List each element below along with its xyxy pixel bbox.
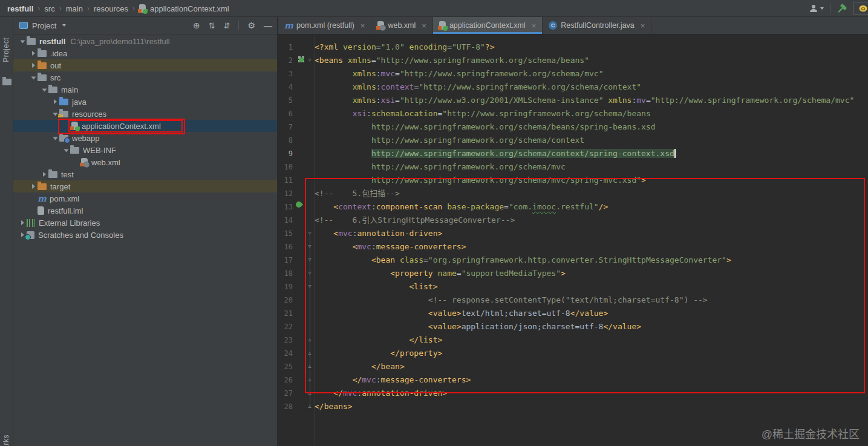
locate-file-button[interactable]: ⊕ xyxy=(193,21,200,30)
code-text[interactable]: <bean class="org.springframework.http.co… xyxy=(315,254,731,267)
code-text[interactable]: http://www.springframework.org/schema/co… xyxy=(315,147,676,160)
tree-item-external-libraries[interactable]: External Libraries xyxy=(13,217,277,229)
code-text[interactable]: <mvc:message-converters> xyxy=(315,240,466,254)
chevron-collapsed-icon[interactable] xyxy=(32,51,35,56)
tree-item-target[interactable]: target xyxy=(13,180,277,192)
tree-item-webapp[interactable]: webapp xyxy=(13,132,277,144)
code-editor[interactable]: 1<?xml version="1.0" encoding="UTF-8"?>2… xyxy=(278,34,868,446)
build-project-button[interactable] xyxy=(837,4,847,14)
tree-item-path: C:\java_pro\demo111\restfull xyxy=(70,37,169,46)
tree-item-test[interactable]: test xyxy=(13,168,277,180)
code-text[interactable]: </list> xyxy=(315,333,442,347)
fold-down-icon[interactable]: ▿ xyxy=(305,267,315,280)
code-text[interactable]: </mvc:message-converters> xyxy=(315,373,471,387)
fold-up-icon[interactable]: ▵ xyxy=(305,333,315,347)
tree-item-applicationcontext-xml[interactable]: applicationContext.xml xyxy=(13,120,277,132)
tab-web-xml[interactable]: web.xml× xyxy=(371,17,432,34)
fold-down-icon[interactable]: ▿ xyxy=(305,54,315,67)
tree-item--idea[interactable]: .idea xyxy=(13,47,277,59)
chevron-collapsed-icon[interactable] xyxy=(21,232,24,237)
breadcrumb-item[interactable]: main xyxy=(66,4,83,13)
breadcrumb-item[interactable]: resources xyxy=(94,4,128,13)
code-text[interactable]: <!-- 5.包扫描--> xyxy=(315,187,400,200)
tree-item-pom-xml[interactable]: mpom.xml xyxy=(13,192,277,205)
code-text[interactable]: xmlns:xsi="http://www.w3.org/2001/XMLSch… xyxy=(315,94,854,107)
code-text[interactable]: xmlns:mvc="http://www.springframework.or… xyxy=(315,67,603,80)
code-text[interactable]: <mvc:annotation-driven> xyxy=(315,227,442,240)
tree-item-main[interactable]: main xyxy=(13,84,277,96)
tab-pom-xml-restfull-[interactable]: mpom.xml (restfull)× xyxy=(278,17,371,34)
bookmarks-tool-button[interactable]: Bookmarks xyxy=(2,435,10,446)
chevron-expanded-icon[interactable] xyxy=(64,149,68,152)
folder-icon xyxy=(48,171,57,178)
code-text[interactable]: <beans xmlns="http://www.springframework… xyxy=(315,54,589,67)
chevron-collapsed-icon[interactable] xyxy=(32,63,35,68)
code-text[interactable]: http://www.springframework.org/schema/mv… xyxy=(315,174,646,187)
close-icon[interactable]: × xyxy=(532,21,537,30)
hide-panel-button[interactable]: — xyxy=(264,21,272,30)
code-text[interactable]: http://www.springframework.org/schema/be… xyxy=(315,120,656,134)
tab-applicationcontext-xml[interactable]: applicationContext.xml× xyxy=(433,17,543,34)
folder-excluded-icon xyxy=(38,183,47,190)
code-text[interactable]: <list> xyxy=(315,280,438,294)
code-text[interactable]: http://www.springframework.org/schema/mv… xyxy=(315,160,566,174)
scratches-icon xyxy=(27,231,34,239)
code-text[interactable]: xmlns:context="http://www.springframewor… xyxy=(315,80,641,94)
tab-restfullcontroller-java[interactable]: CRestfullController.java× xyxy=(543,17,651,34)
tree-item-scratches-and-consoles[interactable]: Scratches and Consoles xyxy=(13,229,277,241)
code-text[interactable]: <value>application/json;charset=utf-8</v… xyxy=(315,320,641,333)
breadcrumb-item[interactable]: restfull xyxy=(7,4,33,13)
expand-all-button[interactable]: ⇅ xyxy=(209,22,215,30)
tree-item-restfull[interactable]: restfullC:\java_pro\demo111\restfull xyxy=(13,35,277,47)
tree-item-out[interactable]: out xyxy=(13,59,277,71)
fold-down-icon[interactable]: ▿ xyxy=(305,227,315,240)
chevron-expanded-icon[interactable] xyxy=(53,137,57,140)
close-icon[interactable]: × xyxy=(361,21,365,30)
settings-gear-icon[interactable]: ⚙ xyxy=(247,21,255,30)
chevron-collapsed-icon[interactable] xyxy=(32,184,35,189)
close-icon[interactable]: × xyxy=(641,21,645,30)
code-text[interactable]: <property name="supportedMediaTypes"> xyxy=(315,267,566,280)
fold-up-icon[interactable]: ▵ xyxy=(305,347,315,360)
fold-down-icon[interactable]: ▿ xyxy=(305,254,315,267)
code-text[interactable]: </property> xyxy=(315,347,442,360)
code-text[interactable]: <context:component-scan base-package="co… xyxy=(315,200,608,214)
tree-item-web-xml[interactable]: web.xml xyxy=(13,156,277,168)
fold-up-icon[interactable]: ▵ xyxy=(305,360,315,373)
code-text[interactable]: <!-- 6.引入StringHttpMessageConverter--> xyxy=(315,214,515,227)
breadcrumb-item[interactable]: applicationContext.xml xyxy=(150,4,229,13)
tree-item-web-inf[interactable]: WEB-INF xyxy=(13,144,277,156)
tree-item-java[interactable]: java xyxy=(13,96,277,108)
code-text[interactable]: <?xml version="1.0" encoding="UTF-8"?> xyxy=(315,41,494,54)
project-tool-button[interactable]: Project xyxy=(2,38,10,62)
chevron-collapsed-icon[interactable] xyxy=(21,220,24,225)
project-view-selector[interactable]: Project xyxy=(19,21,66,30)
chevron-collapsed-icon[interactable] xyxy=(54,99,57,104)
collapse-all-button[interactable]: ⇵ xyxy=(224,22,230,30)
chevron-expanded-icon[interactable] xyxy=(42,89,47,92)
fold-up-icon[interactable]: ▵ xyxy=(305,373,315,387)
tree-item-restfull-iml[interactable]: restfull.iml xyxy=(13,205,277,217)
code-text[interactable]: </mvc:annotation-driven> xyxy=(315,387,447,400)
code-text[interactable]: xsi:schemaLocation="http://www.springfra… xyxy=(315,107,651,120)
token-plain xyxy=(315,282,410,291)
code-text[interactable]: <value>text/html;charset=utf-8</value> xyxy=(315,307,608,320)
chevron-collapsed-icon[interactable] xyxy=(43,172,46,177)
close-icon[interactable]: × xyxy=(422,21,426,30)
chevron-expanded-icon[interactable] xyxy=(20,41,25,44)
fold-down-icon[interactable]: ▿ xyxy=(305,280,315,294)
fold-down-icon[interactable]: ▿ xyxy=(305,240,315,254)
breadcrumb-item[interactable]: src xyxy=(44,4,54,13)
fold-up-icon[interactable]: ▵ xyxy=(305,387,315,400)
fold-up-icon[interactable]: ▵ xyxy=(305,400,315,413)
code-text[interactable]: </beans> xyxy=(315,400,353,413)
tree-item-resources[interactable]: resources xyxy=(13,108,277,120)
chevron-expanded-icon[interactable] xyxy=(31,77,36,80)
run-configuration-select[interactable]: Tomc xyxy=(853,2,868,15)
code-text[interactable]: http://www.springframework.org/schema/co… xyxy=(315,134,584,147)
code-text[interactable]: <!-- response.setContentType("text/html;… xyxy=(315,294,708,307)
user-account-button[interactable] xyxy=(809,4,824,13)
code-text[interactable]: </bean> xyxy=(315,360,405,373)
tree-item-src[interactable]: src xyxy=(13,71,277,84)
chevron-expanded-icon[interactable] xyxy=(53,113,57,116)
